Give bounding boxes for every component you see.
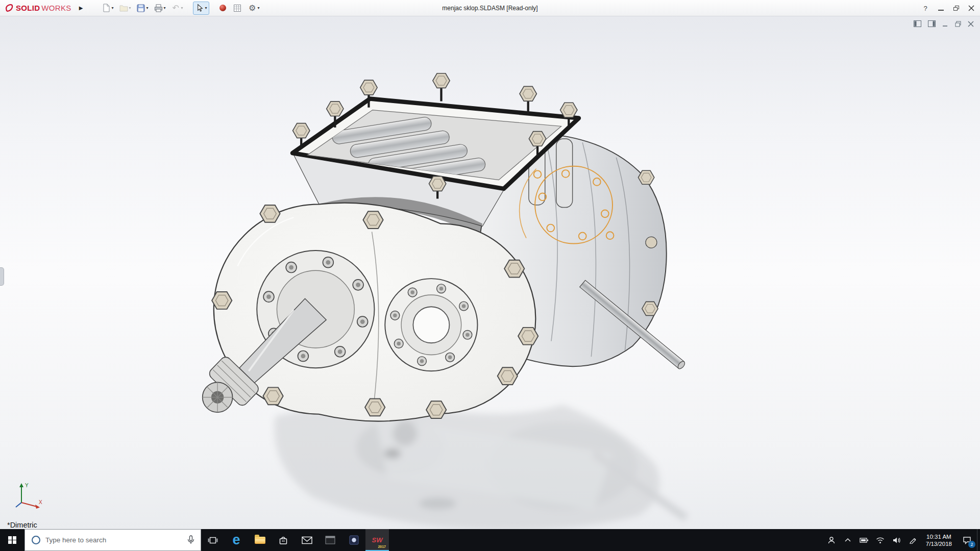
terminal-window-icon — [325, 536, 335, 544]
brand-works: WORKS — [41, 4, 71, 12]
main-toolbar: ▾ ▾ ▾ ▾ ↶▾ — [100, 2, 263, 15]
chevron-up-icon — [844, 538, 851, 542]
dropdown-arrow-icon[interactable]: ▾ — [205, 6, 207, 10]
maximize-restore-button[interactable] — [948, 0, 964, 16]
view-orientation-label: *Dimetric — [7, 521, 37, 529]
task-view-button[interactable] — [201, 529, 225, 551]
select-button[interactable]: ▾ — [193, 2, 209, 15]
print-icon — [154, 3, 163, 13]
clock-date: 7/13/2018 — [926, 540, 952, 547]
solidworks-app-icon: SW — [372, 536, 383, 544]
right-flange — [385, 279, 477, 371]
dropdown-arrow-icon[interactable]: ▾ — [146, 6, 149, 10]
ds-swirl-icon — [4, 3, 14, 13]
undo-button[interactable]: ↶▾ — [169, 2, 185, 15]
model-reflection — [274, 405, 688, 529]
appearance-button[interactable] — [216, 2, 229, 15]
print-button[interactable]: ▾ — [152, 2, 167, 15]
store-bag-icon — [278, 535, 288, 545]
taskbar-media-app-button[interactable] — [342, 529, 365, 551]
gearbox-assembly-view[interactable] — [0, 16, 980, 529]
show-desktop-button[interactable] — [977, 529, 980, 551]
solidworks-window: SOLIDWORKS ▶ ▾ ▾ ▾ ▾ — [0, 0, 980, 551]
window-controls: ? — [918, 0, 979, 16]
taskbar-search[interactable] — [24, 529, 201, 551]
close-icon — [968, 5, 974, 11]
open-button[interactable]: ▾ — [117, 2, 133, 15]
start-button[interactable] — [0, 529, 24, 551]
taskbar-mail-button[interactable] — [295, 529, 318, 551]
title-bar: SOLIDWORKS ▶ ▾ ▾ ▾ ▾ — [0, 0, 980, 16]
battery-icon — [860, 537, 869, 543]
save-icon — [136, 3, 146, 13]
edge-icon: e — [232, 533, 240, 547]
tray-overflow-button[interactable] — [840, 529, 856, 551]
solidworks-year-label: 2017 — [378, 545, 386, 548]
design-table-button[interactable] — [231, 2, 244, 15]
network-button[interactable] — [872, 529, 889, 551]
pen-icon — [909, 536, 917, 544]
people-button[interactable] — [823, 529, 840, 551]
new-document-icon — [102, 3, 111, 13]
minimize-button[interactable] — [933, 0, 948, 16]
dropdown-arrow-icon[interactable]: ▾ — [112, 6, 114, 10]
system-tray: 10:31 AM 7/13/2018 2 — [823, 529, 980, 551]
windows-taskbar: e — [0, 529, 980, 551]
notification-badge: 2 — [968, 541, 975, 548]
pen-button[interactable] — [905, 529, 921, 551]
document-window-controls — [914, 20, 974, 27]
triad-x-label: X — [39, 499, 42, 505]
dropdown-arrow-icon[interactable]: ▾ — [181, 6, 183, 10]
graphics-area[interactable]: Y X *Dimetric — [0, 16, 980, 529]
windows-logo-icon — [8, 536, 16, 544]
action-center-button[interactable]: 2 — [957, 529, 977, 551]
taskbar-file-explorer-button[interactable] — [248, 529, 272, 551]
speaker-icon — [893, 537, 901, 544]
pane-right-icon[interactable] — [928, 20, 936, 27]
clock-time: 10:31 AM — [926, 533, 951, 540]
cortana-circle-icon — [32, 536, 40, 544]
triad-y-label: Y — [25, 483, 29, 488]
search-input[interactable] — [45, 536, 181, 544]
orientation-triad[interactable]: Y X — [13, 480, 45, 512]
media-app-icon — [349, 535, 359, 545]
taskbar-solidworks-button[interactable]: SW 2017 — [365, 529, 389, 551]
taskbar-terminal-button[interactable] — [318, 529, 342, 551]
gearbox-model[interactable] — [203, 73, 686, 421]
brand-solid: SOLID — [16, 4, 40, 12]
task-view-icon — [208, 536, 218, 544]
pane-left-icon[interactable] — [914, 20, 921, 27]
dropdown-arrow-icon[interactable]: ▾ — [164, 6, 166, 10]
wifi-icon — [876, 537, 885, 544]
people-icon — [827, 536, 836, 544]
doc-minimize-icon[interactable] — [942, 21, 948, 27]
volume-button[interactable] — [889, 529, 905, 551]
open-folder-icon — [119, 3, 129, 13]
solidworks-logo: SOLIDWORKS — [4, 3, 71, 13]
design-table-icon — [233, 3, 242, 13]
file-explorer-icon — [255, 537, 265, 544]
restore-icon — [953, 6, 959, 11]
undo-icon: ↶ — [171, 3, 181, 13]
panel-flyout-handle[interactable] — [0, 267, 4, 286]
select-cursor-icon — [195, 3, 205, 13]
mail-envelope-icon — [302, 536, 312, 544]
dropdown-arrow-icon[interactable]: ▾ — [129, 6, 131, 10]
microphone-icon[interactable] — [187, 535, 194, 545]
doc-restore-icon[interactable] — [955, 21, 961, 27]
dropdown-arrow-icon[interactable]: ▾ — [258, 6, 260, 10]
new-document-button[interactable]: ▾ — [100, 2, 115, 15]
taskbar-edge-button[interactable]: e — [225, 529, 248, 551]
close-button[interactable] — [964, 0, 979, 16]
minimize-icon — [938, 10, 944, 11]
help-button[interactable]: ? — [918, 0, 933, 16]
save-button[interactable]: ▾ — [135, 2, 150, 15]
taskbar-store-button[interactable] — [272, 529, 295, 551]
toolbar-expand-arrow[interactable]: ▶ — [77, 5, 86, 11]
options-button[interactable]: ⚙▾ — [246, 2, 261, 15]
taskbar-clock[interactable]: 10:31 AM 7/13/2018 — [921, 529, 957, 551]
battery-button[interactable] — [856, 529, 872, 551]
doc-close-icon[interactable] — [968, 21, 974, 27]
appearance-sphere-icon — [218, 3, 228, 13]
gear-icon: ⚙ — [248, 3, 257, 13]
